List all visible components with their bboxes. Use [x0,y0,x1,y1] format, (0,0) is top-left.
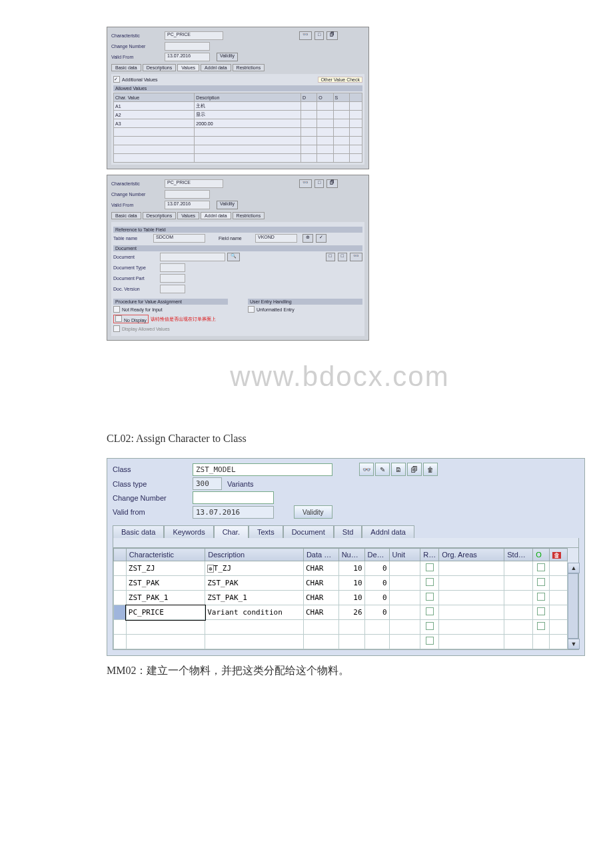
cell-description[interactable]: ⊕T_ZJ [205,561,304,576]
scroll-down-icon[interactable]: ▼ [568,639,580,649]
row-select[interactable] [114,576,127,591]
mini-screenshot-values: Characteristic PC_PRICE 👓□🗐 Change Numbe… [107,27,369,169]
characteristics-table: Characteristic Description Data … Nu… De… [113,548,568,649]
cell-nu: 10 [338,591,364,605]
tab-texts[interactable]: Texts [249,525,283,538]
class-type-value[interactable]: 300 [193,477,222,490]
mini1-validfrom-value: 13.07.2016 [165,53,210,61]
table-row: ZST_ZJ ⊕T_ZJ CHAR 10 0 [114,561,568,576]
cell-de: 0 [364,561,389,576]
cell-de: 0 [364,605,389,620]
valid-from-value[interactable]: 13.07.2016 [193,506,274,519]
mini1-tabs: Basic data Descriptions Values Addnl dat… [111,64,364,71]
class-label: Class [113,465,193,473]
mini1-validfrom-label: Valid From [111,55,165,59]
col-de[interactable]: De… [364,549,389,561]
mm02-note: MM02：建立一个物料，并把这类分配给这个物料。 [107,664,573,678]
mini1-char-value: PC_PRICE [165,31,223,40]
cell-data: CHAR [303,576,338,591]
tab-keywords[interactable]: Keywords [164,525,213,538]
cell-unit [389,561,420,576]
table-row: ZST_PAK_1 ZST_PAK_1 CHAR 10 0 [114,591,568,605]
create-icon: ⊕ [303,234,313,243]
class-panel: Class ZST_MODEL 👓 ✎ 🗎 🗐 🗑 Class type 300… [107,458,585,656]
row-select[interactable] [114,591,127,605]
cell-o[interactable] [533,561,550,576]
valid-from-label: Valid from [113,508,193,516]
tab-document[interactable]: Document [283,525,334,538]
expand-icon: ⊕ [207,565,213,573]
change-number-label: Change Number [113,494,193,502]
tab-basic-data[interactable]: Basic data [113,525,164,538]
cell-nu: 10 [338,576,364,591]
watermark: www.bdocx.com [107,361,573,393]
edit-icon[interactable]: ✎ [375,463,390,476]
class-type-label: Class type [113,480,193,488]
col-r[interactable]: R… [420,549,439,561]
glasses-icon: 👓 [299,179,312,188]
mini1-char-label: Characteristic [111,33,165,38]
cell-nu: 26 [338,605,364,620]
check-icon: ✓ [316,234,326,243]
row-select[interactable] [114,561,127,576]
scrollbar[interactable] [568,573,578,639]
mini-screenshot-addnl: Characteristic PC_PRICE 👓□🗐 Change Numbe… [107,175,369,341]
cell-data: CHAR [303,605,338,620]
col-unit[interactable]: Unit [389,549,420,561]
class-input[interactable]: ZST_MODEL [193,463,332,476]
table-row: PC_PRICE Variant condition CHAR 26 0 [114,605,568,620]
tab-addnl-data[interactable]: Addnl data [362,525,414,538]
cell-characteristic[interactable]: ZST_PAK_1 [126,591,205,605]
delete-icon[interactable]: 🗑 [423,463,438,476]
col-description[interactable]: Description [205,549,304,561]
mini1-validity-btn: Validity [217,53,238,61]
cell-description[interactable]: ZST_PAK [205,576,304,591]
row-select[interactable] [114,605,127,620]
table-row: ZST_PAK ZST_PAK CHAR 10 0 [114,576,568,591]
cell-org[interactable] [439,561,504,576]
cell-de: 0 [364,576,389,591]
glasses-icon: 👓 [350,253,362,261]
cell-r[interactable] [420,561,439,576]
cell-nu: 10 [338,561,364,576]
scroll-up-icon[interactable]: ▲ [568,563,580,573]
col-std[interactable]: Std… [504,549,533,561]
col-delete[interactable]: 🗑 [550,549,568,561]
validity-button[interactable]: Validity [294,505,332,519]
new-icon[interactable]: 🗎 [391,463,406,476]
tab-std[interactable]: Std [334,525,362,538]
copy-icon[interactable]: 🗐 [407,463,422,476]
cell-characteristic[interactable]: ZST_PAK [126,576,205,591]
col-nu[interactable]: Nu… [338,549,364,561]
col-data[interactable]: Data … [303,549,338,561]
checkbox-icon: ✓ [113,76,120,83]
col-org-areas[interactable]: Org. Areas [439,549,504,561]
glasses-icon[interactable]: 👓 [359,463,374,476]
class-type-desc: Variants [227,480,254,488]
mini1-change-field [165,42,210,51]
cell-data: CHAR [303,591,338,605]
cell-std [504,561,533,576]
table-row [114,620,568,635]
change-number-input[interactable] [193,491,274,504]
cell-characteristic[interactable]: PC_PRICE [126,605,205,620]
search-icon: 🔍 [227,253,240,261]
cl02-heading: CL02: Assign Character to Class [107,433,573,445]
col-o[interactable]: O [533,549,550,561]
tab-char[interactable]: Char. [214,525,249,538]
char-tab-body: Characteristic Description Data … Nu… De… [113,547,579,650]
cell-data: CHAR [303,561,338,576]
glasses-icon: 👓 [299,31,312,40]
table-row [114,635,568,649]
tabs-row: Basic data Keywords Char. Texts Document… [113,525,579,538]
cell-description[interactable]: ZST_PAK_1 [205,591,304,605]
cell-de: 0 [364,591,389,605]
cell-description[interactable]: Variant condition [205,605,304,620]
mini1-change-label: Change Number [111,44,165,49]
cell-characteristic[interactable]: ZST_ZJ [126,561,205,576]
col-characteristic[interactable]: Characteristic [126,549,205,561]
mini1-values-table: Char. Value Description D O S A1主机 A2显示 … [113,93,362,163]
